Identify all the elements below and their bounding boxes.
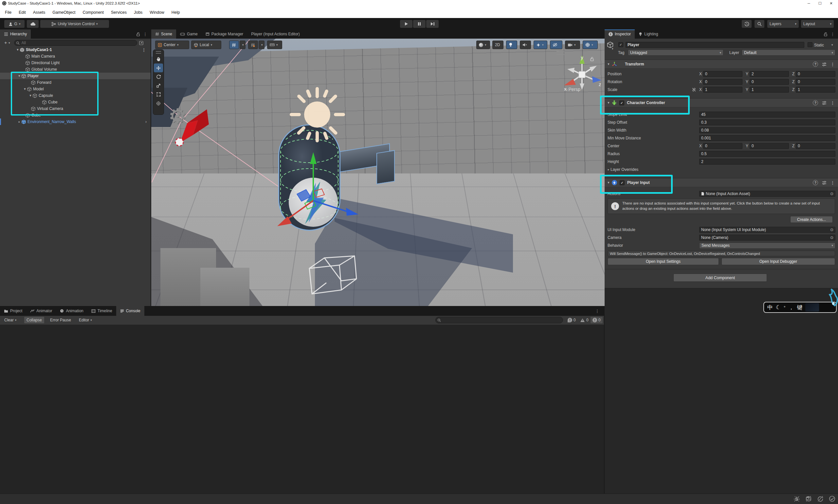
undo-history-button[interactable]	[742, 20, 752, 28]
cloud-button[interactable]	[27, 20, 39, 28]
tab-package-manager[interactable]: Package Manager	[202, 30, 247, 39]
palette-drag-handle[interactable]	[156, 51, 161, 54]
hierarchy-row-prefab[interactable]: ▸ Environment_Narrow_Walls ›	[0, 119, 150, 125]
rotation-x-field[interactable]: 0	[703, 79, 743, 85]
scene-effects-dropdown[interactable]: ▾	[534, 40, 547, 49]
menu-file[interactable]: File	[1, 10, 15, 15]
actions-object-field[interactable]: None (Input Action Asset) ⊙	[699, 191, 835, 197]
console-log-area[interactable]	[0, 325, 604, 493]
component-kebab[interactable]: ⋮	[831, 101, 835, 105]
presets-icon[interactable]	[822, 62, 826, 67]
view-hand-tool[interactable]	[154, 55, 163, 64]
hidden-objects-toggle[interactable]	[550, 40, 563, 49]
foldout-expanded-icon[interactable]: ▼	[23, 87, 27, 91]
layer-overrides-foldout[interactable]: ▸ Layer Overrides	[605, 166, 838, 173]
scene-lighting-toggle[interactable]	[506, 40, 517, 49]
hierarchy-search-field[interactable]	[14, 40, 137, 46]
maximize-button[interactable]: ☐	[815, 0, 825, 6]
ime-mode-chinese[interactable]: 中	[767, 304, 773, 311]
scene-viewport[interactable]: ⚙ Center▾ Local▾ ▾ ▾	[151, 39, 605, 306]
tag-dropdown[interactable]: Untagged▾	[628, 50, 724, 56]
component-enabled-checkbox[interactable]: ✓	[620, 180, 625, 185]
snap-increment-dropdown[interactable]: ▾	[267, 40, 282, 49]
shading-mode-dropdown[interactable]: ▾	[476, 40, 490, 49]
foldout-expanded-icon[interactable]: ▼	[607, 181, 610, 184]
cache-server-disabled-icon[interactable]	[805, 496, 812, 502]
move-tool[interactable]	[154, 64, 163, 72]
menu-window[interactable]: Window	[146, 10, 167, 15]
auto-refresh-disabled-icon[interactable]	[817, 496, 824, 502]
projection-mode[interactable]: ◅ Persp	[564, 87, 581, 92]
grid-snap-caret[interactable]: ▾	[239, 40, 246, 49]
prefab-open-chevron[interactable]: ›	[145, 120, 147, 124]
transform-header[interactable]: ▼ Transform ? ⋮	[605, 59, 838, 69]
warning-count-toggle[interactable]: 0	[578, 317, 590, 323]
foldout-collapsed-icon[interactable]: ▸	[17, 120, 21, 123]
console-menu-kebab[interactable]: ⋮	[595, 309, 599, 313]
debugger-detached-icon[interactable]	[794, 496, 800, 502]
ime-softkeyboard-toggle[interactable]: 键	[797, 304, 802, 311]
minimize-button[interactable]: ─	[803, 0, 815, 6]
object-picker-icon[interactable]: ⊙	[830, 228, 834, 232]
hierarchy-row[interactable]: Main Camera	[0, 53, 150, 59]
create-plus-caret[interactable]: ▾	[8, 41, 10, 44]
error-count-toggle[interactable]: ! 0	[590, 317, 603, 323]
open-input-settings-button[interactable]: Open Input Settings	[608, 258, 719, 265]
static-caret[interactable]: ▾	[832, 43, 833, 47]
tab-console[interactable]: Console	[116, 306, 144, 316]
menu-services[interactable]: Services	[107, 10, 130, 15]
tab-lighting[interactable]: Lighting	[635, 30, 662, 39]
object-picker-icon[interactable]: ⊙	[830, 235, 834, 240]
ui-input-module-field[interactable]: None (Input System UI Input Module)⊙	[699, 227, 835, 233]
scale-y-field[interactable]: 1	[750, 87, 789, 93]
tool-handle-rotation-dropdown[interactable]: Local▾	[191, 40, 221, 49]
player-input-header[interactable]: ▼ ✓ Player Input ? ⋮	[605, 178, 838, 187]
object-picker-icon[interactable]: ⊙	[830, 192, 834, 196]
rotation-z-field[interactable]: 0	[796, 79, 835, 85]
clear-caret[interactable]: ▾	[15, 319, 17, 322]
layer-dropdown[interactable]: Default▾	[742, 50, 835, 56]
add-component-button[interactable]: Add Component	[673, 274, 767, 282]
hierarchy-row[interactable]: Cube	[0, 99, 150, 105]
help-icon[interactable]: ?	[813, 100, 818, 105]
compile-status-icon[interactable]	[829, 496, 835, 502]
grid-visibility-caret[interactable]: ▾	[258, 40, 265, 49]
menu-assets[interactable]: Assets	[30, 10, 49, 15]
scene-audio-toggle[interactable]	[520, 40, 531, 49]
collapse-toggle[interactable]: Collapse	[24, 317, 44, 323]
hierarchy-row[interactable]: Virtual Camera	[0, 105, 150, 112]
gizmo-axis-x[interactable]	[286, 201, 313, 220]
tab-game[interactable]: Game	[176, 30, 202, 39]
static-checkbox[interactable]	[807, 42, 813, 47]
lock-icon[interactable]	[824, 32, 827, 36]
hierarchy-row[interactable]: Global Volume	[0, 66, 150, 73]
tab-input-actions-editor[interactable]: Player (Input Actions Editor)	[247, 30, 304, 39]
layers-dropdown[interactable]: Layers▾	[767, 20, 799, 28]
hierarchy-row[interactable]: Cube	[0, 112, 150, 119]
position-x-field[interactable]: 0	[703, 71, 743, 77]
skin-width-field[interactable]: 0.08	[699, 127, 835, 133]
play-button[interactable]	[400, 20, 412, 28]
grid-visibility-toggle[interactable]	[248, 40, 258, 49]
active-checkbox[interactable]: ✓	[618, 42, 623, 47]
foldout-expanded-icon[interactable]: ▼	[17, 74, 21, 77]
hierarchy-row-scene[interactable]: ▼ StudyCase1-1 ⋮	[0, 47, 150, 53]
menu-component[interactable]: Component	[79, 10, 107, 15]
grid-snap-toggle[interactable]	[229, 40, 239, 49]
slope-limit-field[interactable]: 45	[699, 112, 835, 118]
tool-handle-pivot-dropdown[interactable]: Center▾	[155, 40, 189, 49]
gameobject-icon-caret[interactable]: ▾	[612, 47, 613, 50]
console-search-input[interactable]	[442, 318, 558, 323]
help-icon[interactable]: ?	[813, 180, 818, 185]
tab-timeline[interactable]: Timeline	[87, 306, 116, 316]
gizmo-plane-yz[interactable]	[313, 189, 324, 197]
position-y-field[interactable]: 2	[750, 71, 789, 77]
clear-button[interactable]: Clear▾	[2, 317, 19, 323]
hierarchy-row[interactable]: ▼ Model	[0, 86, 150, 92]
close-button[interactable]: ✕	[825, 0, 837, 6]
create-plus-button[interactable]: ＋	[3, 40, 8, 46]
inspector-menu-kebab[interactable]: ⋮	[831, 32, 835, 37]
component-kebab[interactable]: ⋮	[831, 180, 835, 185]
step-offset-field[interactable]: 0.3	[699, 120, 835, 125]
menu-help[interactable]: Help	[168, 10, 184, 15]
